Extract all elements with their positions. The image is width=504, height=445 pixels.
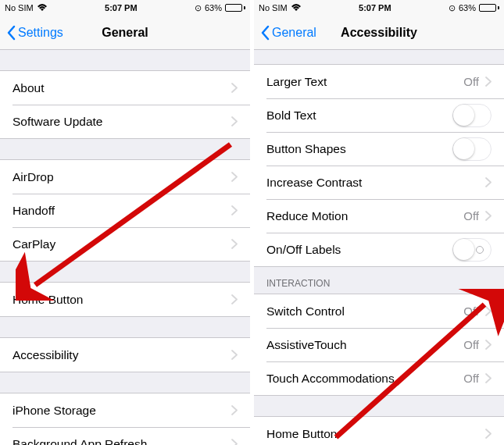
cell-group: Home Button Siri Reachability: [254, 416, 504, 445]
cell-home-button[interactable]: Home Button: [0, 283, 250, 316]
chevron-left-icon: [260, 25, 270, 41]
phone-general: No SIM 5:07 PM ⊙ 63% Settings General Ab…: [0, 0, 250, 445]
back-button[interactable]: General: [260, 25, 316, 41]
wifi-icon: [291, 4, 302, 12]
cell-group: Home Button: [0, 282, 250, 317]
cell-label: On/Off Labels: [266, 243, 452, 257]
cell-accessory: Off: [463, 372, 491, 385]
carrier-text: No SIM: [5, 3, 34, 12]
cell-accessory: Off: [463, 209, 491, 222]
cell-home-button[interactable]: Home Button: [254, 417, 504, 445]
toggle-switch[interactable]: [452, 104, 491, 127]
chevron-right-icon: [485, 306, 491, 316]
clock: 5:07 PM: [359, 3, 391, 12]
section-gap: [254, 50, 504, 64]
cell-accessory: Off: [463, 304, 491, 318]
cell-accessory: [452, 238, 491, 262]
battery-percent: 63%: [459, 3, 476, 12]
scroll-content[interactable]: Larger TextOff Bold TextButton ShapesInc…: [254, 50, 504, 445]
cell-larger-text[interactable]: Larger TextOff: [254, 65, 504, 98]
chevron-right-icon: [231, 172, 238, 182]
chevron-right-icon: [485, 373, 491, 383]
cell-handoff[interactable]: Handoff: [0, 194, 250, 227]
chevron-right-icon: [485, 429, 491, 439]
chevron-right-icon: [231, 83, 238, 93]
cell-label: Background App Refresh: [13, 437, 231, 446]
cell-iphone-storage[interactable]: iPhone Storage: [0, 393, 250, 427]
battery-icon: [479, 4, 499, 12]
battery-percent: 63%: [205, 3, 222, 12]
chevron-right-icon: [485, 77, 491, 87]
carrier-text: No SIM: [259, 3, 288, 12]
chevron-right-icon: [231, 116, 238, 126]
cell-accessory: [485, 429, 491, 439]
cell-label: AssistiveTouch: [266, 338, 463, 352]
cell-label: Software Update: [13, 115, 231, 129]
alarm-icon: ⊙: [449, 3, 456, 13]
chevron-right-icon: [485, 211, 491, 221]
cell-accessory: [231, 172, 238, 182]
section-gap: [0, 50, 250, 70]
battery-icon: [225, 4, 245, 12]
cell-increase-contrast[interactable]: Increase Contrast: [254, 166, 504, 199]
section-gap: [0, 372, 250, 393]
cell-switch-control[interactable]: Switch ControlOff: [254, 294, 504, 328]
chevron-right-icon: [231, 439, 238, 445]
cell-accessory: [452, 137, 491, 161]
back-button[interactable]: Settings: [6, 25, 63, 41]
chevron-right-icon: [485, 340, 491, 350]
cell-accessory: [231, 205, 238, 215]
alarm-icon: ⊙: [195, 3, 202, 13]
cell-label: Increase Contrast: [266, 176, 485, 190]
wifi-icon: [37, 4, 48, 12]
nav-bar: General Accessibility: [254, 16, 504, 50]
phone-accessibility: No SIM 5:07 PM ⊙ 63% General Accessibili…: [254, 0, 504, 445]
cell-label: Handoff: [13, 204, 231, 218]
chevron-right-icon: [231, 205, 238, 215]
section-gap: [0, 139, 250, 159]
cell-touch-accommodations[interactable]: Touch AccommodationsOff: [254, 361, 504, 395]
cell-about[interactable]: About: [0, 71, 250, 105]
cell-accessory: [231, 350, 238, 360]
cell-accessibility[interactable]: Accessibility: [0, 338, 250, 372]
cell-label: Accessibility: [13, 348, 231, 362]
cell-label: CarPlay: [13, 237, 231, 251]
cell-label: Button Shapes: [266, 142, 452, 156]
cell-label: AirDrop: [13, 170, 231, 184]
cell-reduce-motion[interactable]: Reduce MotionOff: [254, 199, 504, 233]
cell-accessory: [231, 116, 238, 126]
cell-label: Home Button: [13, 293, 231, 307]
toggle-switch[interactable]: [452, 238, 491, 262]
cell-button-shapes[interactable]: Button Shapes: [254, 132, 504, 166]
cell-on-off-labels[interactable]: On/Off Labels: [254, 233, 504, 266]
cell-group: Larger TextOff Bold TextButton ShapesInc…: [254, 64, 504, 267]
cell-label: Home Button: [266, 427, 485, 441]
cell-background-app-refresh[interactable]: Background App Refresh: [0, 427, 250, 445]
back-label: Settings: [18, 26, 63, 40]
chevron-right-icon: [231, 405, 238, 415]
cell-accessory: [231, 83, 238, 93]
cell-accessory: [231, 294, 238, 304]
cell-bold-text[interactable]: Bold Text: [254, 98, 504, 132]
cell-group: Accessibility: [0, 337, 250, 372]
chevron-right-icon: [231, 294, 238, 304]
cell-accessory: [231, 439, 238, 445]
scroll-content[interactable]: About Software Update AirDrop Handoff Ca…: [0, 50, 250, 445]
toggle-switch[interactable]: [452, 137, 491, 161]
cell-value: Off: [463, 304, 479, 318]
cell-label: Switch Control: [266, 304, 463, 319]
cell-assistivetouch[interactable]: AssistiveTouchOff: [254, 328, 504, 361]
chevron-left-icon: [6, 25, 16, 41]
chevron-right-icon: [231, 239, 238, 249]
section-gap: [0, 262, 250, 282]
cell-carplay[interactable]: CarPlay: [0, 227, 250, 261]
cell-software-update[interactable]: Software Update: [0, 105, 250, 138]
cell-label: Larger Text: [266, 75, 463, 89]
cell-value: Off: [463, 372, 479, 385]
cell-accessory: [231, 239, 238, 249]
chevron-right-icon: [231, 350, 238, 360]
cell-value: Off: [463, 75, 479, 88]
cell-airdrop[interactable]: AirDrop: [0, 160, 250, 194]
chevron-right-icon: [485, 177, 491, 187]
section-gap: [254, 396, 504, 416]
